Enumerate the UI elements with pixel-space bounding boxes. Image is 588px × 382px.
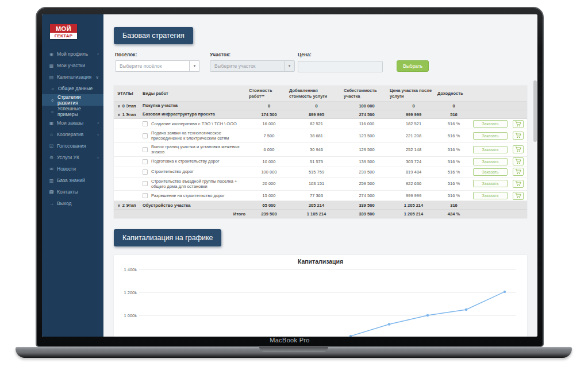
sidebar-item[interactable]: ▥ База знаний <box>42 175 103 186</box>
services-icon: ⚙ <box>48 155 55 160</box>
selfcost-value: 274 500 <box>344 112 390 117</box>
sidebar-item[interactable]: ○ Успешные примеры <box>42 106 103 117</box>
work-type-name: Строительство въездной группы поселка + … <box>151 178 245 191</box>
sidebar-item[interactable]: ▤ Капитализация ∨ <box>42 71 103 83</box>
sidebar-item[interactable]: ○ Общие данные <box>42 83 103 94</box>
col-header-added-value: Добавленная стоимость услуги <box>289 88 344 99</box>
order-button[interactable]: Заказать <box>473 146 508 153</box>
work-type-name: Итого <box>233 210 245 218</box>
add-to-cart-button[interactable] <box>513 145 524 153</box>
price-label: Цена: <box>298 52 383 57</box>
cost-value: 239 500 <box>249 211 289 217</box>
sidebar-item[interactable]: ○ Стратегии развития <box>42 94 103 106</box>
order-button[interactable]: Заказать <box>473 120 508 128</box>
added-value: 899 995 <box>289 112 344 117</box>
row-checkbox[interactable] <box>143 133 148 138</box>
yield-value: 516 % <box>437 133 470 138</box>
added-value: 103 151 <box>289 181 344 186</box>
price-after-value: 1 205 214 <box>390 211 437 217</box>
chevron-down-icon[interactable]: ∨ <box>117 104 121 108</box>
add-to-cart-button[interactable] <box>513 192 524 200</box>
table-row: Создание кооператива с ТЭО \ ТСН \ ООО 1… <box>114 119 527 129</box>
add-to-cart-button[interactable] <box>513 157 524 165</box>
price-input[interactable] <box>298 61 383 72</box>
laptop-base-notch <box>259 347 328 352</box>
page-title: Базовая стратегия <box>114 27 193 44</box>
price-after-value: 1 205 214 <box>390 203 437 208</box>
order-button[interactable]: Заказать <box>473 168 508 176</box>
sidebar-nav: ◉ Мой профиль ‹ ▦ Мои участки ▤ Капитали… <box>42 48 103 209</box>
order-button[interactable]: Заказать <box>473 132 508 140</box>
yield-value: 516 <box>437 112 470 117</box>
add-to-cart-button[interactable] <box>513 132 524 140</box>
added-value: 0 <box>289 103 344 109</box>
plot-label: Участок: <box>210 52 295 57</box>
order-button[interactable]: Заказать <box>473 180 508 187</box>
cart-icon <box>515 193 521 199</box>
sidebar-item[interactable]: ▣ Мои заказы ‹ <box>42 117 103 129</box>
sidebar-item[interactable]: ▦ Мои участки <box>42 60 103 71</box>
order-button[interactable]: Заказать <box>473 192 508 199</box>
table-row: Вынос границ участка и установка межевых… <box>114 143 527 157</box>
sidebar-item[interactable]: → Выход <box>42 198 103 209</box>
cost-value: 65 000 <box>249 203 289 208</box>
sidebar-item[interactable]: ✉ Новости <box>42 163 103 175</box>
price-after-value: 999 999 <box>390 193 437 198</box>
add-to-cart-button[interactable] <box>513 120 524 128</box>
cart-icon <box>515 169 521 175</box>
cart-icon <box>515 181 521 187</box>
app-logo[interactable]: МОЙ ГЕКТАР <box>50 24 77 39</box>
row-checkbox[interactable] <box>143 159 148 164</box>
col-header-stages: ЭТАПЫ <box>114 91 139 96</box>
selfcost-value: 239 500 <box>344 169 390 175</box>
col-header-work-types: Виды работ <box>139 91 249 96</box>
radio-icon: ○ <box>49 110 55 114</box>
table-row: ∨2 Этап Обустройство участка 65 000 205 … <box>114 201 527 210</box>
plots-icon: ▦ <box>48 63 55 68</box>
row-checkbox[interactable] <box>143 169 148 175</box>
row-checkbox[interactable] <box>143 181 148 186</box>
village-select[interactable]: Выберите посёлок ▾ <box>115 60 200 72</box>
cost-value: 6 000 <box>249 147 289 152</box>
add-to-cart-button[interactable] <box>513 168 524 176</box>
row-checkbox[interactable] <box>143 193 148 198</box>
yield-value: 516 % <box>437 181 470 186</box>
chevron-down-icon[interactable]: ∨ <box>117 113 121 117</box>
added-value: 30 946 <box>289 147 344 152</box>
vertical-scrollbar[interactable] <box>533 80 537 142</box>
table-row: Строительство въездной группы поселка + … <box>114 178 527 191</box>
price-filter: Цена: <box>298 52 383 72</box>
cost-value: 174 500 <box>249 112 289 117</box>
sidebar-item[interactable]: ⚙ Услуги УК ‹ <box>42 152 103 163</box>
work-type-name: Подготовка к строительству дорог <box>151 157 220 165</box>
sidebar-item[interactable]: ⌂ Кооператив ‹ <box>42 129 103 140</box>
select-button[interactable]: Выбрать <box>397 60 429 72</box>
logout-icon: → <box>48 201 55 206</box>
chevron-down-icon[interactable]: ∨ <box>117 203 121 207</box>
knowledge-icon: ▥ <box>48 178 55 183</box>
submit-group: Выбрать <box>397 60 429 72</box>
row-checkbox[interactable] <box>143 147 148 152</box>
radio-icon: ○ <box>49 98 55 102</box>
strategy-table: ЭТАПЫ Виды работ Стоимость работ** Добав… <box>114 86 527 218</box>
sidebar-item[interactable]: ☑ Голосования <box>42 140 103 152</box>
selfcost-value: 339 500 <box>344 203 390 208</box>
sidebar-item[interactable]: ☎ Контакты <box>42 186 103 198</box>
added-value: 38 681 <box>289 133 344 138</box>
cost-value: 10 000 <box>249 159 289 164</box>
plot-select[interactable]: Выберите участок ▾ <box>210 60 295 72</box>
price-after-value: 819 484 <box>390 169 437 175</box>
work-type-name: Создание кооператива с ТЭО \ ТСН \ ООО <box>151 120 237 128</box>
chart-plot: 600k800k1 000k1 200k1 400k <box>114 255 524 337</box>
order-button[interactable]: Заказать <box>473 158 508 165</box>
village-filter: Посёлок: Выберите посёлок ▾ <box>115 52 200 72</box>
price-after-value: 221 208 <box>390 133 437 138</box>
row-checkbox[interactable] <box>143 121 148 126</box>
laptop-base <box>16 347 572 358</box>
laptop-frame: МОЙ ГЕКТАР ◉ Мой профиль ‹ ▦ Мои участки… <box>36 7 544 347</box>
col-header-cost: Стоимость работ** <box>249 88 289 99</box>
add-to-cart-button[interactable] <box>513 180 524 188</box>
selfcost-value: 116 000 <box>344 121 390 126</box>
sidebar-item[interactable]: ◉ Мой профиль ‹ <box>42 48 103 60</box>
cooperative-icon: ⌂ <box>48 132 55 137</box>
